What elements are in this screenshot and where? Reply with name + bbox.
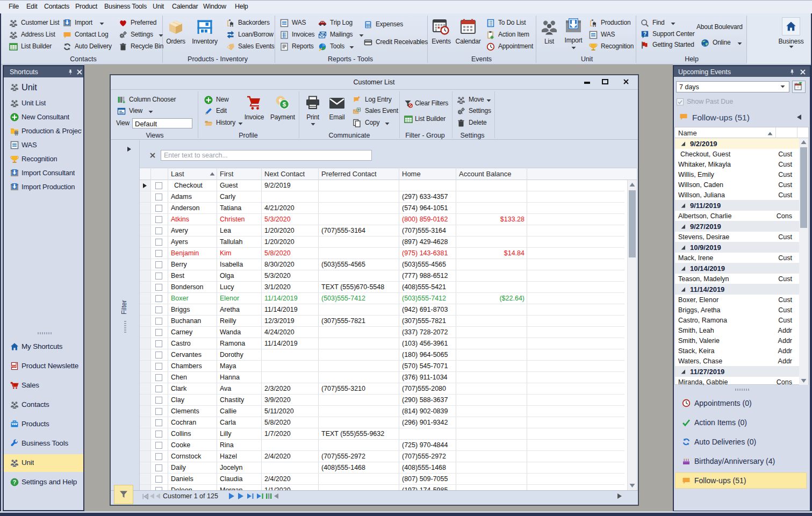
svg-text:$: $ [283, 101, 286, 108]
svg-text:?: ? [643, 31, 646, 37]
svg-text:PDF: PDF [12, 365, 17, 368]
svg-text:?: ? [13, 479, 16, 485]
